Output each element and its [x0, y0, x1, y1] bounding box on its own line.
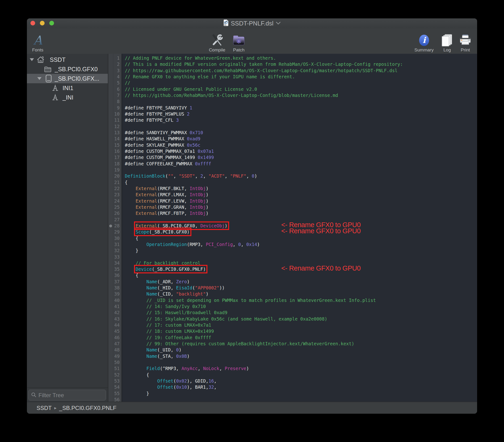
- code-line[interactable]: 40 // _UID is set depending on PWMMax to…: [108, 297, 477, 303]
- tree-row-ini[interactable]: _INI: [27, 93, 108, 102]
- line-content[interactable]: Scope(_SB.PCI0.GFX0)<- Rename GFX0 to GP…: [120, 229, 477, 235]
- line-content[interactable]: }: [120, 390, 477, 396]
- code-line[interactable]: 42 // 15: Haswell/Broadwell 0xad9: [108, 309, 477, 316]
- code-line[interactable]: 52 {: [108, 372, 477, 378]
- code-line[interactable]: 38 Name(_HID, EisaId("APP0002")): [108, 285, 477, 291]
- code-line[interactable]: 2// This is a modified PNLF version orig…: [108, 61, 477, 67]
- patch-button[interactable]: Patch: [231, 28, 246, 54]
- fonts-button[interactable]: A Fonts: [31, 28, 45, 54]
- code-line[interactable]: 5//: [108, 80, 477, 86]
- tree-row-ssdt[interactable]: SSDT: [27, 55, 108, 64]
- summary-button[interactable]: i Summary: [413, 28, 435, 54]
- line-content[interactable]: Name(_CID, "backlight"): [120, 291, 477, 297]
- line-content[interactable]: Name(_ADR, Zero): [120, 279, 477, 285]
- line-content[interactable]: // 19: CoffeeLake 0xffff: [120, 335, 477, 341]
- code-line[interactable]: 31 OperationRegion(RMP3, PCI_Config, 0, …: [108, 241, 477, 248]
- line-content[interactable]: #define HASWELL_PWMMAX 0xad9: [120, 136, 477, 142]
- line-content[interactable]: #define CUSTOM_PWMMAX_07a1 0x07a1: [120, 148, 477, 154]
- code-line[interactable]: 50: [108, 359, 477, 365]
- code-line[interactable]: 4// Rename GFX0 to anything else if your…: [108, 74, 477, 80]
- code-line[interactable]: 37 Name(_ADR, Zero): [108, 279, 477, 285]
- breadcrumb-root[interactable]: SSDT: [36, 405, 52, 411]
- code-line[interactable]: 13#define SANDYIVY_PWMMAX 0x710: [108, 129, 477, 136]
- line-content[interactable]: [120, 254, 477, 260]
- line-content[interactable]: Name(_UID, 0): [120, 347, 477, 353]
- code-line[interactable]: 23 External(RMCF.LMAX, IntObj): [108, 192, 477, 198]
- log-button[interactable]: Log: [440, 28, 454, 54]
- code-line[interactable]: 43 // 16: Skylake/KabyLake 0x56c (and so…: [108, 316, 477, 322]
- code-line[interactable]: 45 // 18: custom LMAX=0x1499: [108, 328, 477, 334]
- code-line[interactable]: 55 }: [108, 390, 477, 396]
- code-line[interactable]: 24 External(RMCF.LEVW, IntObj): [108, 198, 477, 204]
- line-content[interactable]: // 16: Skylake/KabyLake 0x56c (and some …: [120, 316, 477, 322]
- line-content[interactable]: #define FBTYPE_CFL 3: [120, 117, 477, 123]
- line-content[interactable]: DefinitionBlock("", "SSDT", 2, "ACDT", "…: [120, 173, 477, 179]
- line-content[interactable]: Field(^RMP3, AnyAcc, NoLock, Preserve): [120, 365, 477, 371]
- tree-row-ini1[interactable]: INI1: [27, 83, 108, 93]
- code-line[interactable]: 6// Licensed under GNU General Public Li…: [108, 86, 477, 92]
- code-line[interactable]: 19: [108, 167, 477, 173]
- code-line[interactable]: 49 Name(_STA, 0x0B): [108, 353, 477, 359]
- line-content[interactable]: Offset(0x02), GDID,16,: [120, 378, 477, 384]
- line-content[interactable]: // This is a modified PNLF version origi…: [120, 61, 477, 67]
- code-line[interactable]: 18#define COFFEELAKE_PWMMAX 0xffff: [108, 161, 477, 167]
- line-content[interactable]: [120, 167, 477, 173]
- code-line[interactable]: 20DefinitionBlock("", "SSDT", 2, "ACDT",…: [108, 173, 477, 179]
- line-content[interactable]: #define CUSTOM_PWMMAX_1499 0x1499: [120, 154, 477, 160]
- chevron-down-icon[interactable]: [276, 21, 281, 25]
- disclosure-triangle-icon[interactable]: [30, 58, 34, 61]
- code-line[interactable]: 51 Field(^RMP3, AnyAcc, NoLock, Preserve…: [108, 365, 477, 371]
- code-line[interactable]: 53 Offset(0x02), GDID,16,: [108, 378, 477, 384]
- line-content[interactable]: #define FBTYPE_SANDYIVY 1: [120, 105, 477, 111]
- code-line[interactable]: 8: [108, 98, 477, 105]
- code-line[interactable]: 16#define CUSTOM_PWMMAX_07a1 0x07a1: [108, 148, 477, 154]
- line-content[interactable]: {: [120, 235, 477, 241]
- line-content[interactable]: [120, 359, 477, 365]
- zoom-button[interactable]: [49, 21, 54, 25]
- tree-row-scope-gfx0[interactable]: _SB.PCI0.GFX0: [27, 64, 108, 74]
- code-line[interactable]: 15#define SKYLAKE_PWMMAX 0x56c: [108, 142, 477, 148]
- tree-row-device-gfx0-pnlf[interactable]: _SB.PCI0.GFX...: [27, 74, 108, 83]
- code-line[interactable]: 30 {: [108, 235, 477, 241]
- line-content[interactable]: // Rename GFX0 to anything else if your …: [120, 74, 477, 80]
- code-line[interactable]: 29 Scope(_SB.PCI0.GFX0)<- Rename GFX0 to…: [108, 229, 477, 235]
- line-content[interactable]: Device(_SB.PCI0.GFX0.PNLF)<- Rename GFX0…: [120, 266, 477, 272]
- code-line[interactable]: 35 Device(_SB.PCI0.GFX0.PNLF)<- Rename G…: [108, 266, 477, 272]
- line-content[interactable]: Name(_STA, 0x0B): [120, 353, 477, 359]
- line-content[interactable]: External(RMCF.GRAN, IntObj): [120, 204, 477, 210]
- code-line[interactable]: 54 Offset(0x10), BAR1,32,: [108, 384, 477, 390]
- code-line[interactable]: 26 External(RMCF.FBTP, IntObj): [108, 210, 477, 216]
- code-line[interactable]: 41 // 14: Sandy/Ivy 0x710: [108, 303, 477, 309]
- code-editor[interactable]: 1// Adding PNLF device for WhateverGreen…: [108, 54, 477, 402]
- line-content[interactable]: [120, 396, 477, 402]
- compile-button[interactable]: Compile: [207, 28, 227, 54]
- breadcrumb-current[interactable]: _SB.PCI0.GFX0.PNLF: [59, 405, 117, 411]
- line-content[interactable]: // Adding PNLF device for WhateverGreen.…: [120, 55, 477, 61]
- line-content[interactable]: Offset(0x10), BAR1,32,: [120, 384, 477, 390]
- line-content[interactable]: #define SANDYIVY_PWMMAX 0x710: [120, 129, 477, 136]
- line-content[interactable]: Name(_HID, EisaId("APP0002")): [120, 285, 477, 291]
- line-content[interactable]: #define FBTYPE_HSWPLUS 2: [120, 111, 477, 117]
- filter-tree-input[interactable]: [38, 390, 104, 401]
- line-content[interactable]: #define SKYLAKE_PWMMAX 0x56c: [120, 142, 477, 148]
- code-line[interactable]: 48 Name(_UID, 0): [108, 347, 477, 353]
- line-content[interactable]: {: [120, 372, 477, 378]
- code-line[interactable]: 10#define FBTYPE_HSWPLUS 2: [108, 111, 477, 117]
- code-line[interactable]: 56: [108, 396, 477, 402]
- line-content[interactable]: #define COFFEELAKE_PWMMAX 0xffff: [120, 161, 477, 167]
- code-line[interactable]: 3// https://raw.githubusercontent.com/Re…: [108, 68, 477, 74]
- line-content[interactable]: External(RMCF.LMAX, IntObj): [120, 192, 477, 198]
- code-line[interactable]: 44 // 17: custom LMAX=0x7a1: [108, 322, 477, 328]
- line-content[interactable]: // 15: Haswell/Broadwell 0xad9: [120, 309, 477, 316]
- code-line[interactable]: 7// https://github.com/RehabMan/OS-X-Clo…: [108, 92, 477, 98]
- line-content[interactable]: // 14: Sandy/Ivy 0x710: [120, 303, 477, 309]
- line-content[interactable]: {: [120, 179, 477, 185]
- code-line[interactable]: 12: [108, 123, 477, 129]
- line-content[interactable]: // 17: custom LMAX=0x7a1: [120, 322, 477, 328]
- line-content[interactable]: External(RMCF.LEVW, IntObj): [120, 198, 477, 204]
- line-content[interactable]: {: [120, 272, 477, 278]
- code-line[interactable]: 21{: [108, 179, 477, 185]
- line-content[interactable]: External(RMCF.BKLT, IntObj): [120, 185, 477, 192]
- code-line[interactable]: 47 // 99: Other (requires custom AppleBa…: [108, 341, 477, 347]
- close-button[interactable]: [30, 21, 35, 25]
